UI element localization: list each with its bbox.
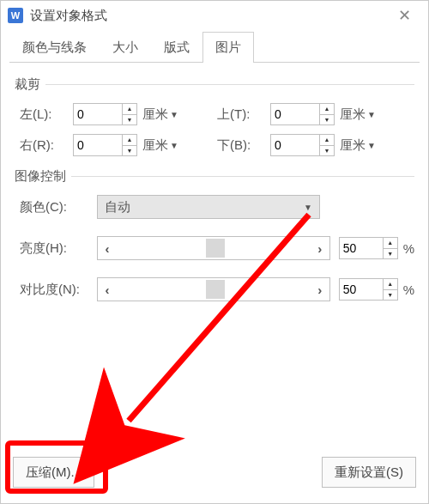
divider — [45, 84, 414, 85]
tab-content-picture: 裁剪 左(L): ▲▼ 厘米▼ 上(T): ▲▼ — [1, 63, 428, 503]
close-button[interactable]: ✕ — [387, 1, 421, 30]
crop-right-spinner[interactable]: ▲▼ — [73, 134, 137, 156]
contrast-unit: % — [403, 282, 414, 297]
spin-up-icon[interactable]: ▲ — [320, 135, 334, 146]
slider-track[interactable] — [117, 278, 311, 301]
brightness-input[interactable] — [339, 237, 384, 259]
tab-layout[interactable]: 版式 — [151, 32, 202, 63]
brightness-unit: % — [403, 241, 414, 256]
crop-top-spinner[interactable]: ▲▼ — [270, 103, 335, 125]
contrast-spinner[interactable]: ▲▼ — [339, 278, 398, 301]
crop-right-label: 右(R): — [20, 137, 73, 154]
slider-right-arrow[interactable]: › — [311, 241, 329, 256]
caret-icon: ▼ — [304, 203, 312, 212]
tab-size[interactable]: 大小 — [100, 32, 151, 63]
crop-top-input[interactable] — [270, 103, 320, 125]
spin-down-icon[interactable]: ▼ — [384, 290, 397, 301]
spin-up-icon[interactable]: ▲ — [384, 279, 397, 290]
crop-left-unit[interactable]: 厘米▼ — [142, 106, 178, 123]
crop-top-unit[interactable]: 厘米▼ — [340, 106, 376, 123]
spin-down-icon[interactable]: ▼ — [384, 249, 397, 259]
crop-bottom-label: 下(B): — [217, 137, 270, 154]
spin-up-icon[interactable]: ▲ — [123, 104, 136, 115]
tab-bar: 颜色与线条 大小 版式 图片 — [9, 32, 420, 63]
color-dropdown[interactable]: 自动 ▼ — [97, 195, 320, 219]
slider-left-arrow[interactable]: ‹ — [98, 282, 117, 297]
app-icon: W — [8, 8, 23, 23]
caret-icon: ▼ — [170, 141, 178, 150]
divider — [71, 176, 414, 177]
crop-bottom-spinner[interactable]: ▲▼ — [270, 134, 335, 156]
spin-down-icon[interactable]: ▼ — [320, 115, 334, 125]
tab-color-line[interactable]: 颜色与线条 — [9, 32, 100, 63]
spin-up-icon[interactable]: ▲ — [320, 104, 334, 115]
slider-track[interactable] — [117, 237, 311, 259]
color-label: 颜色(C): — [20, 199, 97, 216]
imgctrl-grid: 颜色(C): 自动 ▼ 亮度(H): ‹ › ▲▼ % — [15, 195, 414, 301]
slider-thumb[interactable] — [206, 239, 225, 258]
crop-left-spinner[interactable]: ▲▼ — [73, 103, 137, 125]
crop-right-input[interactable] — [73, 134, 123, 156]
titlebar: W 设置对象格式 ✕ — [1, 1, 428, 30]
crop-left-input[interactable] — [73, 103, 123, 125]
imgctrl-legend-row: 图像控制 — [15, 168, 414, 185]
footer: 压缩(M)... 重新设置(S) — [1, 448, 428, 503]
dialog-window: W 设置对象格式 ✕ 颜色与线条 大小 版式 图片 裁剪 左(L): ▲▼ 厘米… — [0, 0, 429, 504]
crop-left-label: 左(L): — [20, 106, 73, 123]
reset-button[interactable]: 重新设置(S) — [322, 457, 416, 488]
slider-thumb[interactable] — [206, 280, 225, 299]
contrast-input[interactable] — [339, 278, 384, 301]
brightness-label: 亮度(H): — [20, 240, 97, 257]
crop-legend-row: 裁剪 — [15, 76, 414, 93]
color-dropdown-value: 自动 — [105, 199, 130, 216]
spin-down-icon[interactable]: ▼ — [123, 146, 136, 156]
crop-right-unit[interactable]: 厘米▼ — [142, 137, 178, 154]
brightness-spinner[interactable]: ▲▼ — [339, 237, 398, 259]
spin-up-icon[interactable]: ▲ — [123, 135, 136, 146]
caret-icon: ▼ — [367, 141, 376, 150]
contrast-slider[interactable]: ‹ › — [97, 277, 330, 301]
window-title: 设置对象格式 — [30, 8, 387, 24]
crop-bottom-unit[interactable]: 厘米▼ — [340, 137, 376, 154]
contrast-label: 对比度(N): — [20, 282, 97, 298]
spin-up-icon[interactable]: ▲ — [384, 238, 397, 249]
crop-bottom-input[interactable] — [270, 134, 320, 156]
imgctrl-legend: 图像控制 — [15, 168, 66, 185]
caret-icon: ▼ — [170, 110, 178, 119]
compress-button[interactable]: 压缩(M)... — [13, 457, 94, 488]
brightness-slider[interactable]: ‹ › — [97, 236, 330, 260]
slider-right-arrow[interactable]: › — [311, 282, 329, 297]
crop-top-label: 上(T): — [217, 106, 270, 123]
spin-down-icon[interactable]: ▼ — [320, 146, 334, 156]
crop-legend: 裁剪 — [15, 76, 40, 93]
crop-grid: 左(L): ▲▼ 厘米▼ 上(T): ▲▼ 厘米▼ — [15, 103, 414, 156]
caret-icon: ▼ — [367, 110, 376, 119]
tab-picture[interactable]: 图片 — [202, 32, 254, 63]
slider-left-arrow[interactable]: ‹ — [98, 241, 117, 256]
spin-down-icon[interactable]: ▼ — [123, 115, 136, 125]
